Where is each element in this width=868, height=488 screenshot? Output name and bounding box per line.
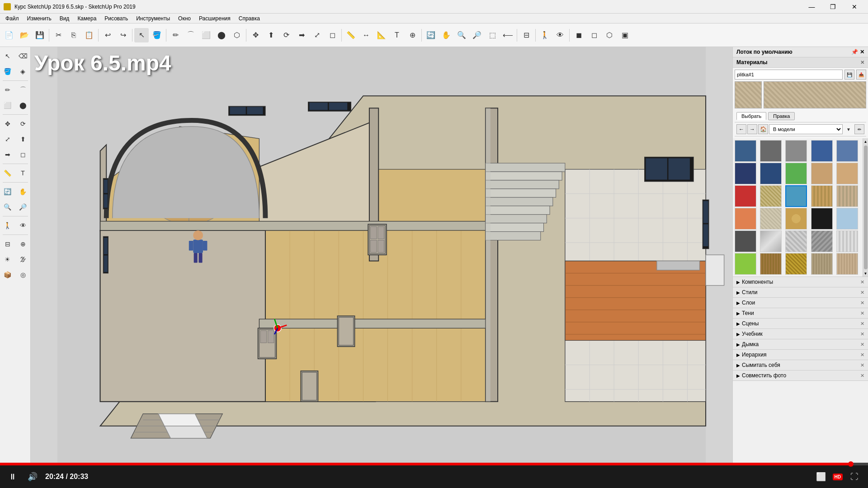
toolbar-circle[interactable]: ⬤ [214, 28, 229, 42]
lt-shadows[interactable]: ☀ [0, 252, 15, 267]
lt-rect[interactable]: ⬜ [0, 98, 15, 113]
mat-forward-btn[interactable]: → [747, 124, 757, 134]
layers-close[interactable]: ✕ [860, 300, 864, 306]
lt-axes[interactable]: ⊕ [16, 237, 30, 251]
close-button[interactable]: ✕ [844, 0, 864, 14]
viewport[interactable]: Урок 6.5.mp4 [31, 47, 732, 463]
mat-back-btn[interactable]: ← [736, 124, 746, 134]
swatch-28[interactable] [811, 253, 833, 275]
mat-tab-edit[interactable]: Правка [768, 112, 795, 120]
toolbar-pushpull[interactable]: ⬆ [264, 28, 278, 42]
lt-walkthru[interactable]: 🚶 [0, 218, 15, 233]
subtitle-button[interactable]: ⬜ [813, 469, 829, 485]
material-save-btn[interactable]: 💾 [844, 70, 854, 80]
swatch-21[interactable] [760, 230, 782, 252]
swatch-18[interactable] [811, 208, 833, 230]
toolbar-zoom[interactable]: 🔍 [454, 28, 469, 42]
toolbar-style4[interactable]: ▣ [618, 28, 632, 42]
material-scrollbar[interactable]: ▲ ▼ [863, 138, 868, 277]
lt-orbit[interactable]: 🔄 [0, 184, 15, 199]
titlebar-controls[interactable]: — ❐ ✕ [802, 0, 864, 14]
swatch-15[interactable] [735, 208, 756, 230]
mat-tab-select[interactable]: Выбрать [736, 112, 766, 120]
toolbar-save[interactable]: 💾 [33, 28, 47, 42]
menu-help[interactable]: Справка [235, 14, 264, 23]
hd-badge[interactable]: HD [833, 474, 843, 480]
swatch-22[interactable] [785, 230, 807, 252]
swatch-2[interactable] [785, 140, 807, 162]
volume-button[interactable]: 🔊 [25, 469, 40, 484]
lt-lookaround[interactable]: 👁 [16, 218, 30, 233]
toolbar-new[interactable]: 📄 [2, 28, 16, 42]
tutorial-close[interactable]: ✕ [860, 331, 864, 337]
toolbar-zoomwin[interactable]: ⬚ [485, 28, 500, 42]
toolbar-style2[interactable]: ◻ [587, 28, 601, 42]
photo-match-close[interactable]: ✕ [860, 373, 864, 379]
toolbar-select[interactable]: ↖ [134, 28, 149, 42]
swatch-13[interactable] [811, 185, 833, 207]
toolbar-polygon[interactable]: ⬡ [230, 28, 244, 42]
lt-paint[interactable]: 🪣 [0, 64, 15, 79]
swatch-19[interactable] [836, 208, 858, 230]
toolbar-offset[interactable]: ◻ [325, 28, 340, 42]
fog-header[interactable]: ▶ Дымка ✕ [733, 339, 868, 349]
toolbar-rect[interactable]: ⬜ [199, 28, 213, 42]
swatch-1[interactable] [760, 140, 782, 162]
lt-move[interactable]: ✥ [0, 117, 15, 131]
lt-erase[interactable]: ⌫ [16, 49, 30, 63]
swatch-29[interactable] [836, 253, 858, 275]
hierarchy-close[interactable]: ✕ [860, 352, 864, 358]
lt-zoom[interactable]: 🔍 [0, 200, 15, 214]
menu-window[interactable]: Окно [175, 14, 194, 23]
swatch-3[interactable] [811, 140, 833, 162]
simulate-close[interactable]: ✕ [860, 362, 864, 368]
toolbar-protractor[interactable]: 📐 [374, 28, 389, 42]
toolbar-walkthrough[interactable]: 🚶 [538, 28, 552, 42]
material-import-btn[interactable]: 📥 [856, 70, 866, 80]
toolbar-axes[interactable]: ⊕ [405, 28, 420, 42]
mat-dropdown-arrow[interactable]: ▼ [844, 124, 854, 134]
swatch-24[interactable] [836, 230, 858, 252]
swatch-4[interactable] [836, 140, 858, 162]
menu-draw[interactable]: Рисовать [101, 14, 132, 23]
fog-close[interactable]: ✕ [860, 342, 864, 347]
swatch-9[interactable] [836, 163, 858, 184]
lt-rotate[interactable]: ⟳ [16, 117, 30, 131]
styles-close[interactable]: ✕ [860, 290, 864, 296]
lt-component[interactable]: 📦 [0, 267, 15, 282]
simulate-header[interactable]: ▶ Сымитать себя ✕ [733, 360, 868, 370]
tutorial-header[interactable]: ▶ Учебник ✕ [733, 329, 868, 339]
toolbar-zoomall[interactable]: 🔎 [470, 28, 484, 42]
menu-view[interactable]: Вид [56, 14, 73, 23]
maximize-button[interactable]: ❐ [823, 0, 843, 14]
swatch-11[interactable] [760, 185, 782, 207]
toolbar-sectionplane[interactable]: ⊟ [519, 28, 533, 42]
toolbar-style1[interactable]: ◼ [571, 28, 586, 42]
material-name-input[interactable] [735, 70, 843, 80]
menu-tools[interactable]: Инструменты [132, 14, 174, 23]
lt-followme[interactable]: ➡ [0, 147, 15, 162]
materials-close-icon[interactable]: ✕ [860, 60, 864, 66]
mat-home-btn[interactable]: 🏠 [758, 124, 768, 134]
swatch-0[interactable] [735, 140, 756, 162]
toolbar-undo[interactable]: ↩ [100, 28, 115, 42]
layers-header[interactable]: ▶ Слои ✕ [733, 298, 868, 308]
toolbar-text[interactable]: T [390, 28, 404, 42]
scenes-close[interactable]: ✕ [860, 321, 864, 327]
swatch-27[interactable] [785, 253, 807, 275]
shadows-close[interactable]: ✕ [860, 310, 864, 316]
toolbar-tape[interactable]: 📏 [344, 28, 358, 42]
toolbar-paste[interactable]: 📋 [82, 28, 96, 42]
toolbar-move[interactable]: ✥ [248, 28, 263, 42]
components-close[interactable]: ✕ [860, 279, 864, 285]
mat-edit-btn[interactable]: ✏ [854, 124, 864, 134]
swatch-20[interactable] [735, 230, 756, 252]
lt-zoomall[interactable]: 🔎 [16, 200, 30, 214]
toolbar-prevview[interactable]: ⟵ [500, 28, 515, 42]
progress-dot[interactable] [848, 461, 854, 467]
toolbar-pan[interactable]: ✋ [439, 28, 453, 42]
lt-measure[interactable]: ◎ [16, 267, 30, 282]
swatch-5[interactable] [735, 163, 756, 184]
toolbar-followme[interactable]: ➡ [294, 28, 309, 42]
lt-something[interactable]: ◈ [16, 64, 30, 79]
